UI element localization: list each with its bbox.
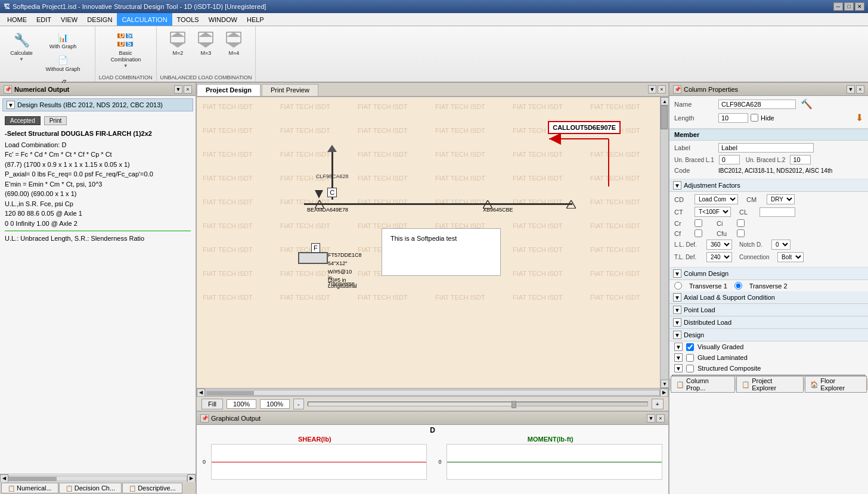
- canvas-htrack[interactable]: [205, 390, 660, 396]
- distributed-load-header[interactable]: ▼ Distributed Load: [669, 316, 868, 329]
- right-tab-project-explorer[interactable]: 📋 Project Explorer: [736, 376, 804, 393]
- column-label-box[interactable]: C: [327, 188, 337, 197]
- tab-decision[interactable]: 📋 Decision Ch...: [59, 483, 122, 493]
- tl-def-select[interactable]: 240: [706, 252, 732, 262]
- accepted-button[interactable]: Accepted: [5, 116, 41, 125]
- project-tab-ctrl-2[interactable]: ×: [658, 85, 666, 94]
- cm-select[interactable]: DRY: [767, 194, 795, 204]
- zoom1-input[interactable]: [227, 399, 256, 409]
- column-element[interactable]: C CLF98CA628: [316, 145, 349, 185]
- tab-descriptive[interactable]: 📋 Descriptive...: [122, 483, 182, 493]
- ribbon-btn-m2[interactable]: M=2: [165, 29, 191, 59]
- menu-tools[interactable]: TOOLS: [172, 13, 204, 26]
- design-collapse-btn[interactable]: ▼: [673, 331, 681, 339]
- graphical-close[interactable]: ×: [656, 414, 665, 422]
- menu-edit[interactable]: EDIT: [32, 13, 56, 26]
- notch-d-select[interactable]: 0: [771, 240, 790, 250]
- un-braced-l1-input[interactable]: [719, 155, 740, 164]
- un-braced-l2-input[interactable]: [790, 155, 811, 164]
- minus-button[interactable]: -: [293, 399, 304, 409]
- menu-help[interactable]: HELP: [242, 13, 269, 26]
- connection-select[interactable]: Bolt: [777, 252, 804, 262]
- cd-select[interactable]: Load Com: [695, 194, 738, 204]
- scroll-right-btn[interactable]: ▶: [187, 474, 196, 483]
- scroll-track[interactable]: [8, 476, 187, 481]
- menu-calculation[interactable]: CALCULATION: [117, 13, 172, 26]
- menu-view[interactable]: VIEW: [56, 13, 82, 26]
- right-close[interactable]: ×: [856, 85, 864, 94]
- graphical-pin[interactable]: 📌: [200, 414, 209, 422]
- label-input[interactable]: [718, 143, 814, 153]
- point-load-header[interactable]: ▼ Point Load: [669, 304, 868, 316]
- sc-collapse-btn[interactable]: ▼: [674, 364, 683, 372]
- ct-select[interactable]: T<100F: [695, 207, 731, 217]
- adj-collapse-btn[interactable]: ▼: [673, 181, 681, 189]
- ribbon-btn-calculate[interactable]: 🔧 Calculate ▼: [7, 29, 36, 64]
- scroll-left-btn[interactable]: ◀: [0, 474, 8, 483]
- panel-minimize-btn[interactable]: ▼: [174, 85, 182, 94]
- project-tab-ctrl-1[interactable]: ▼: [648, 85, 656, 94]
- axial-collapse-btn[interactable]: ▼: [673, 293, 681, 302]
- plus-button[interactable]: +: [652, 399, 664, 409]
- zoom2-input[interactable]: [260, 399, 290, 409]
- right-min[interactable]: ▼: [847, 85, 855, 94]
- ci-checkbox[interactable]: [737, 219, 745, 227]
- callout-box[interactable]: CALLOUT5D6E907E: [548, 121, 621, 134]
- menu-home[interactable]: HOME: [2, 13, 32, 26]
- col-design-collapse-btn[interactable]: ▼: [673, 269, 681, 278]
- maximize-button[interactable]: □: [844, 2, 854, 11]
- cfu-checkbox[interactable]: [737, 229, 745, 237]
- name-input[interactable]: [718, 100, 796, 109]
- structured-composite-checkbox[interactable]: [686, 365, 694, 372]
- foundation-label-box[interactable]: F: [311, 243, 320, 253]
- canvas-scroll-down[interactable]: ▼: [661, 380, 668, 388]
- dist-load-collapse-btn[interactable]: ▼: [673, 318, 681, 327]
- column-design-header[interactable]: ▼ Column Design: [669, 268, 868, 280]
- canvas-vscroll[interactable]: ▲ ▼: [660, 97, 668, 388]
- transverse1-radio[interactable]: [674, 282, 682, 290]
- zoom-slider-track[interactable]: [308, 402, 648, 406]
- design-section-header[interactable]: ▼ Design: [669, 329, 868, 341]
- fill-button[interactable]: Fill: [202, 399, 223, 409]
- design-canvas[interactable]: FIAT TECH ISDT FIAT TECH ISDT FIAT TECH …: [197, 97, 668, 388]
- right-tab-column-prop[interactable]: 📋 Column Prop...: [671, 376, 735, 393]
- adjustment-factors-header[interactable]: ▼ Adjustment Factors: [669, 179, 868, 192]
- gl-collapse-btn[interactable]: ▼: [674, 353, 683, 362]
- print-button[interactable]: Print: [44, 116, 67, 125]
- ribbon-btn-m3[interactable]: M=3: [193, 29, 219, 59]
- tab-print-preview[interactable]: Print Preview: [262, 84, 318, 96]
- menu-window[interactable]: WINDOW: [204, 13, 242, 26]
- close-button[interactable]: ✕: [855, 2, 864, 11]
- ribbon-btn-basic-combination[interactable]: DL SW D S Basic Combination ▼: [107, 29, 144, 71]
- canvas-scroll-up[interactable]: ▲: [661, 97, 668, 105]
- axial-load-header[interactable]: ▼ Axial Load & Support Condition: [669, 291, 868, 304]
- tab-project-design[interactable]: Project Design: [197, 84, 261, 96]
- menu-design[interactable]: DESIGN: [82, 13, 117, 26]
- graphical-min[interactable]: ▼: [647, 414, 655, 422]
- canvas-tooltip-box[interactable]: This is a Softpedia test: [382, 228, 501, 276]
- canvas-hright[interactable]: ▶: [660, 389, 668, 397]
- ribbon-btn-with-graph[interactable]: 📊 With Graph: [38, 30, 88, 51]
- ribbon-btn-m4[interactable]: M=4: [221, 29, 247, 59]
- canvas-hleft[interactable]: ◀: [197, 389, 205, 397]
- panel-pin-btn2[interactable]: ×: [184, 85, 192, 94]
- visually-graded-checkbox[interactable]: [686, 343, 694, 351]
- transverse2-radio[interactable]: [734, 282, 742, 290]
- right-tab-floor-explorer[interactable]: 🏠 Floor Explorer: [805, 376, 867, 393]
- minimize-button[interactable]: ─: [833, 2, 843, 11]
- ll-def-select[interactable]: 360: [706, 240, 732, 250]
- cl-input[interactable]: [760, 207, 795, 217]
- point-load-collapse-btn[interactable]: ▼: [673, 306, 681, 314]
- length-input[interactable]: [718, 113, 748, 123]
- pin-button[interactable]: 📌: [4, 85, 12, 94]
- hide-checkbox[interactable]: [751, 114, 758, 122]
- right-pin[interactable]: 📌: [673, 85, 681, 94]
- collapse-btn[interactable]: ▼: [7, 101, 15, 109]
- tab-numerical[interactable]: 📋 Numerical...: [1, 483, 58, 493]
- vg-collapse-btn[interactable]: ▼: [674, 343, 683, 351]
- ribbon-btn-without-graph[interactable]: 📄 Without Graph: [38, 52, 88, 74]
- zoom-slider-thumb[interactable]: [512, 401, 516, 408]
- cr-checkbox[interactable]: [695, 219, 702, 227]
- cf-checkbox[interactable]: [695, 229, 702, 237]
- glued-laminated-checkbox[interactable]: [686, 354, 694, 362]
